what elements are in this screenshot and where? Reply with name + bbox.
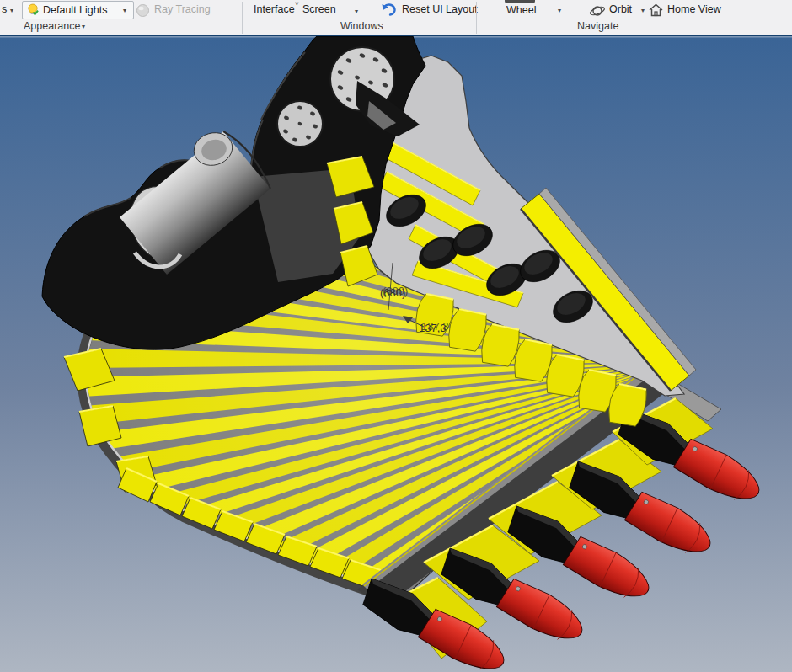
wheel-icon[interactable] [505, 0, 535, 3]
model-viewport[interactable]: (680) (680) 137,3 137,3 [0, 36, 792, 672]
ray-tracing-button: Ray Tracing [154, 3, 211, 15]
orbit-icon [589, 3, 606, 19]
dim-radius-label[interactable]: 137,3 [419, 322, 447, 334]
ribbon-toolbar: s ▾ Default Lights ▾ Ray Tracing Appeara… [0, 0, 792, 36]
orbit-button[interactable]: Orbit [609, 3, 632, 15]
bucket-3d-scene[interactable]: (680) (680) 137,3 137,3 [0, 36, 792, 672]
screen-caret[interactable]: ▾ [355, 8, 358, 15]
bolt-flange-small [277, 101, 323, 147]
ray-tracing-sphere-icon [136, 3, 150, 18]
navigate-group-label: Navigate [577, 20, 618, 32]
separator [242, 2, 243, 34]
home-view-button[interactable]: Home View [667, 3, 721, 15]
interface-caret[interactable]: ˅ [295, 1, 299, 8]
separator [19, 3, 19, 19]
reset-ui-layout-button[interactable]: Reset UI Layout [402, 3, 478, 15]
dim-width-label[interactable]: (680) [380, 286, 405, 299]
truncated-button-label[interactable]: s [2, 3, 7, 15]
appearance-panel-label[interactable]: Appearance [24, 20, 80, 32]
reset-undo-arrow-icon [381, 3, 397, 17]
screen-button[interactable]: Screen [302, 3, 336, 15]
home-icon [648, 3, 664, 18]
separator [476, 2, 477, 34]
windows-group-label: Windows [340, 20, 383, 32]
orbit-caret[interactable]: ▾ [641, 8, 645, 14]
truncated-button-caret[interactable]: ▾ [10, 8, 13, 14]
default-lights-caret: ▾ [123, 8, 126, 14]
wheel-caret[interactable]: ▾ [558, 8, 561, 14]
appearance-panel-caret[interactable]: ▾ [82, 24, 85, 30]
default-lights-label: Default Lights [43, 4, 107, 16]
interface-button[interactable]: Interface [254, 3, 295, 15]
lightbulb-icon [26, 3, 40, 17]
wheel-button[interactable]: Wheel [506, 4, 536, 16]
default-lights-dropdown[interactable]: Default Lights ▾ [22, 1, 134, 19]
